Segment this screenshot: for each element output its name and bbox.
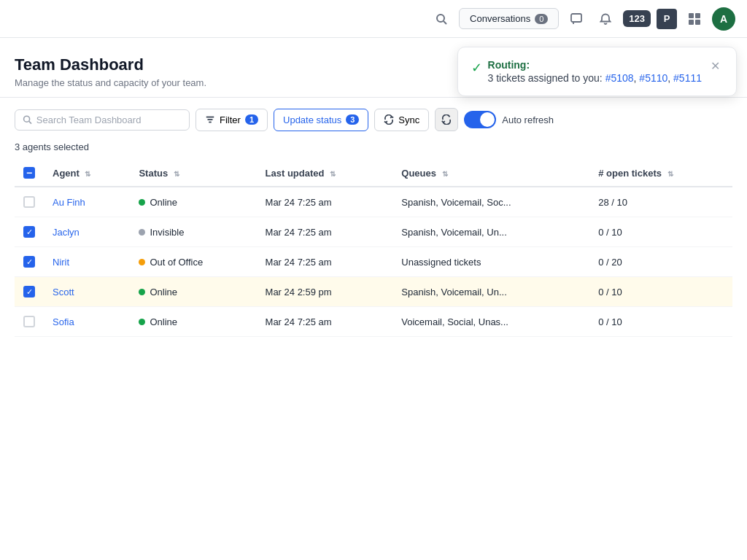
update-count: 3	[346, 114, 359, 125]
selected-count: 3 agents selected	[15, 141, 89, 152]
td-agent: Au Finh	[44, 187, 130, 217]
th-queues[interactable]: Queues ⇅	[392, 160, 589, 187]
th-agent-label: Agent	[53, 168, 80, 179]
status-cell: Online	[139, 287, 247, 298]
td-agent: Sofia	[44, 307, 130, 337]
td-queues: Spanish, Voicemail, Un...	[392, 277, 589, 307]
th-open-tickets[interactable]: # open tickets ⇅	[589, 160, 732, 187]
status-dot	[139, 319, 145, 325]
agent-link[interactable]: Scott	[53, 287, 74, 298]
th-status[interactable]: Status ⇅	[130, 160, 256, 187]
td-queues: Spanish, Voicemail, Soc...	[392, 187, 589, 217]
status-dot	[139, 289, 145, 295]
td-agent: Scott	[44, 277, 130, 307]
filter-count: 1	[245, 114, 258, 125]
status-label: Online	[150, 287, 177, 298]
top-navigation: Conversations 0 123 P A	[0, 0, 747, 38]
routing-title: Routing:	[488, 59, 530, 71]
td-queues: Voicemail, Social, Unas...	[392, 307, 589, 337]
sync-button[interactable]: Sync	[374, 109, 429, 131]
search-icon[interactable]	[430, 7, 453, 31]
row-checkbox[interactable]: ✓	[23, 256, 35, 268]
td-open-tickets: 0 / 20	[589, 247, 732, 277]
filter-button[interactable]: Filter 1	[196, 109, 268, 131]
td-status: Online	[130, 277, 256, 307]
ticket-link-1[interactable]: #5108	[605, 72, 634, 84]
routing-text: Routing: 3 tickets assigned to you: #510…	[488, 59, 702, 84]
close-popup-button[interactable]: ✕	[708, 59, 723, 73]
auto-refresh-toggle[interactable]	[464, 111, 496, 128]
open-tickets-sort-icon: ⇅	[667, 170, 673, 178]
status-label: Invisible	[150, 227, 184, 238]
th-status-label: Status	[139, 168, 168, 179]
td-checkbox[interactable]	[15, 187, 44, 217]
svg-line-4	[29, 121, 31, 123]
table-row: ✓ Scott Online Mar 24 2:59 pm Spanish, V…	[15, 277, 732, 307]
svg-point-3	[24, 116, 30, 122]
th-last-updated-label: Last updated	[266, 168, 325, 179]
status-cell: Online	[139, 316, 247, 327]
row-checkbox[interactable]: ✓	[23, 226, 35, 238]
refresh-button[interactable]	[435, 108, 458, 131]
svg-rect-2	[571, 14, 581, 22]
selected-agents-bar: 3 agents selected	[0, 141, 747, 160]
status-cell: Online	[139, 197, 247, 208]
agents-table: − Agent ⇅ Status ⇅ Last updated ⇅ Queues…	[15, 160, 732, 337]
agents-table-body: Au Finh Online Mar 24 7:25 am Spanish, V…	[15, 187, 732, 337]
th-open-tickets-label: # open tickets	[598, 168, 662, 179]
td-checkbox[interactable]	[15, 307, 44, 337]
agent-link[interactable]: Sofia	[53, 316, 74, 327]
queues-sort-icon: ⇅	[442, 170, 448, 178]
search-box[interactable]	[15, 109, 190, 131]
td-open-tickets: 28 / 10	[589, 187, 732, 217]
sync-icon	[384, 114, 394, 125]
status-cell: Out of Office	[139, 257, 247, 268]
agent-sort-icon: ⇅	[85, 170, 90, 178]
conversations-count: 0	[535, 14, 548, 24]
table-header-row: − Agent ⇅ Status ⇅ Last updated ⇅ Queues…	[15, 160, 732, 187]
th-queues-label: Queues	[401, 168, 436, 179]
bell-icon[interactable]	[594, 7, 617, 31]
filter-label: Filter	[220, 114, 241, 125]
th-select-all[interactable]: −	[15, 160, 44, 187]
td-agent: Nirit	[44, 247, 130, 277]
status-label: Online	[150, 316, 177, 327]
auto-refresh-container: Auto refresh	[464, 111, 554, 128]
td-open-tickets: 0 / 10	[589, 217, 732, 247]
td-last-updated: Mar 24 7:25 am	[257, 307, 393, 337]
ticket-link-3[interactable]: #5111	[673, 72, 702, 84]
td-queues: Spanish, Voicemail, Un...	[392, 217, 589, 247]
td-checkbox[interactable]: ✓	[15, 277, 44, 307]
th-agent[interactable]: Agent ⇅	[44, 160, 130, 187]
routing-popup: ✓ Routing: 3 tickets assigned to you: #5…	[457, 47, 737, 96]
agent-link[interactable]: Jaclyn	[53, 227, 80, 238]
td-last-updated: Mar 24 7:25 am	[257, 217, 393, 247]
search-input[interactable]	[36, 114, 182, 125]
toggle-knob	[480, 112, 495, 127]
agent-link[interactable]: Au Finh	[53, 197, 85, 208]
last-updated-sort-icon: ⇅	[330, 170, 336, 178]
conversations-button[interactable]: Conversations 0	[459, 8, 559, 29]
update-status-button[interactable]: Update status 3	[274, 109, 368, 131]
select-all-checkbox[interactable]: −	[23, 167, 35, 179]
number-badge[interactable]: 123	[623, 10, 651, 27]
p-badge[interactable]: P	[657, 9, 677, 29]
ticket-link-2[interactable]: #5110	[639, 72, 667, 84]
avatar[interactable]: A	[712, 7, 735, 31]
th-last-updated[interactable]: Last updated ⇅	[257, 160, 393, 187]
row-checkbox[interactable]: ✓	[23, 286, 35, 298]
td-checkbox[interactable]: ✓	[15, 247, 44, 277]
filter-icon	[205, 114, 215, 125]
row-checkbox[interactable]	[23, 316, 35, 327]
td-checkbox[interactable]: ✓	[15, 217, 44, 247]
table-row: ✓ Jaclyn Invisible Mar 24 7:25 am Spanis…	[15, 217, 732, 247]
chat-icon[interactable]	[565, 7, 588, 31]
td-status: Online	[130, 307, 256, 337]
auto-refresh-label: Auto refresh	[502, 114, 554, 125]
table-row: ✓ Nirit Out of Office Mar 24 7:25 am Una…	[15, 247, 732, 277]
td-agent: Jaclyn	[44, 217, 130, 247]
td-queues: Unassigned tickets	[392, 247, 589, 277]
row-checkbox[interactable]	[23, 196, 35, 208]
agent-link[interactable]: Nirit	[53, 257, 69, 268]
grid-icon[interactable]	[683, 7, 706, 31]
